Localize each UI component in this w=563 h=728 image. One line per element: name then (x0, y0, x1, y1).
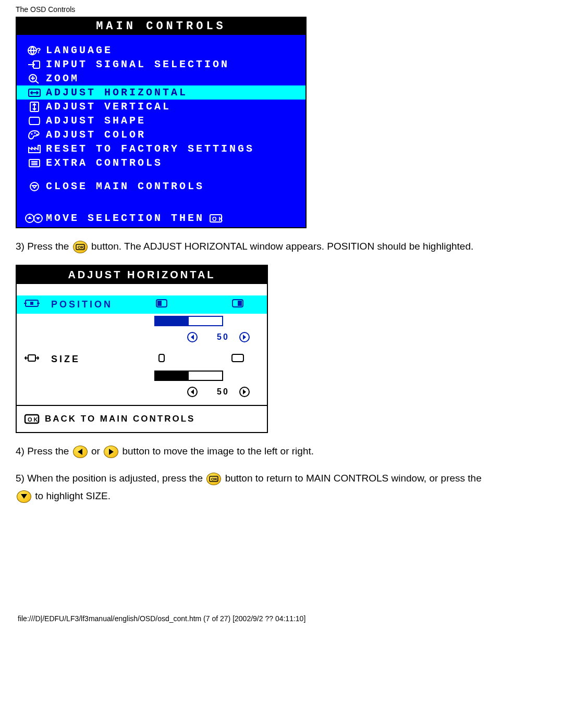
text: button. The ADJUST HORIZONTAL window app… (91, 241, 473, 252)
menu-item-adjust-horizontal[interactable]: ADJUST HORIZONTAL (17, 85, 305, 100)
svg-text:OK: OK (78, 245, 84, 250)
menu-label: ADJUST VERTICAL (46, 101, 171, 113)
menu-label: ADJUST COLOR (46, 129, 146, 141)
menu-item-extra-controls[interactable]: EXTRA CONTROLS (17, 156, 305, 170)
menu-label: CLOSE MAIN CONTROLS (46, 180, 204, 192)
left-arrow-circle-icon[interactable] (187, 331, 198, 343)
svg-rect-26 (159, 354, 164, 362)
main-controls-footer: MOVE SELECTION THEN OK (17, 208, 305, 227)
shape-icon (23, 115, 46, 127)
svg-point-7 (34, 132, 36, 133)
adjust-horizontal-osd: ADJUST HORIZONTAL POSITION 50 (16, 265, 268, 433)
size-value: 50 (207, 387, 239, 397)
menu-item-close[interactable]: CLOSE MAIN CONTROLS (17, 179, 305, 193)
svg-text:OK: OK (212, 216, 223, 222)
right-arrow-circle-icon[interactable] (239, 331, 250, 343)
svg-text:?: ? (36, 47, 42, 55)
text: 4) Press the (16, 446, 72, 456)
back-to-main-row[interactable]: OK BACK TO MAIN CONTROLS (17, 405, 267, 432)
left-button-icon (73, 446, 88, 458)
menu-label: RESET TO FACTORY SETTINGS (46, 143, 254, 155)
ok-button-icon: OK (73, 241, 88, 253)
menu-item-language[interactable]: ? LANGUAGE (17, 43, 305, 57)
footer-text: MOVE SELECTION THEN (46, 212, 204, 224)
menu-label: ZOOM (46, 72, 79, 84)
menu-label: LANGUAGE (46, 44, 113, 56)
position-label: POSITION (51, 299, 154, 310)
menu-item-reset-factory[interactable]: RESET TO FACTORY SETTINGS (17, 142, 305, 156)
menu-item-adjust-vertical[interactable]: ADJUST VERTICAL (17, 100, 305, 114)
screen-narrow-icon (154, 352, 183, 366)
magnifier-plus-icon (23, 73, 46, 84)
svg-point-10 (30, 182, 39, 191)
menu-item-input-signal[interactable]: INPUT SIGNAL SELECTION (17, 57, 305, 71)
file-path-footer: file:///D|/EDFU/LF3/lf3manual/english/OS… (16, 614, 547, 623)
back-label: BACK TO MAIN CONTROLS (45, 414, 195, 424)
horizontal-arrows-icon (23, 87, 46, 98)
text: 5) When the position is adjusted, press … (16, 473, 205, 484)
down-button-icon (17, 490, 31, 503)
menu-item-adjust-color[interactable]: ADJUST COLOR (17, 128, 305, 142)
svg-text:OK: OK (211, 477, 217, 482)
globe-question-icon: ? (23, 45, 46, 56)
screen-left-icon (154, 298, 183, 312)
screen-wide-icon (230, 352, 260, 366)
step-5-text: 5) When the position is adjusted, press … (16, 470, 547, 505)
size-label: SIZE (51, 354, 154, 365)
step-4-text: 4) Press the or button to move the image… (16, 442, 547, 460)
menu-item-adjust-shape[interactable]: ADJUST SHAPE (17, 114, 305, 128)
right-arrow-circle-icon[interactable] (239, 386, 250, 398)
down-circle-icon (23, 181, 46, 192)
text: 3) Press the (16, 241, 72, 252)
menu-label: EXTRA CONTROLS (46, 157, 163, 169)
left-arrow-circle-icon[interactable] (187, 386, 198, 398)
right-button-icon (104, 446, 118, 458)
svg-point-8 (36, 133, 38, 135)
up-down-circles-icon (23, 213, 46, 224)
svg-rect-25 (28, 355, 35, 361)
input-arrow-icon (23, 59, 46, 70)
svg-rect-20 (157, 301, 162, 306)
adjust-title: ADJUST HORIZONTAL (17, 266, 267, 284)
main-controls-osd: MAIN CONTROLS ? LANGUAGE INPUT SIGNAL SE… (16, 17, 307, 228)
svg-rect-18 (30, 302, 33, 305)
factory-icon (23, 143, 46, 155)
menu-label: ADJUST SHAPE (46, 115, 146, 127)
svg-point-6 (31, 133, 33, 134)
svg-rect-22 (238, 301, 242, 306)
main-controls-title: MAIN CONTROLS (17, 18, 305, 35)
text: to highlight SIZE. (35, 490, 111, 501)
text: button to move the image to the left or … (122, 446, 314, 456)
menu-label: ADJUST HORIZONTAL (46, 87, 188, 98)
svg-rect-27 (232, 354, 243, 362)
text: button to return to MAIN CONTROLS window… (225, 473, 482, 484)
ok-box-icon: OK (24, 413, 45, 425)
page-header: The OSD Controls (16, 5, 547, 14)
list-icon (23, 157, 46, 169)
svg-text:OK: OK (28, 416, 40, 423)
ok-box-icon: OK (209, 213, 223, 224)
step-3-text: 3) Press the OK button. The ADJUST HORIZ… (16, 238, 547, 255)
ok-button-icon: OK (206, 473, 221, 485)
position-row[interactable]: POSITION (17, 295, 267, 314)
size-icon (24, 352, 51, 366)
position-value: 50 (207, 332, 239, 342)
text: or (91, 446, 103, 456)
screen-right-icon (230, 298, 260, 312)
position-icon (24, 298, 51, 312)
menu-label: INPUT SIGNAL SELECTION (46, 58, 229, 70)
vertical-arrows-icon (23, 101, 46, 113)
menu-item-zoom[interactable]: ZOOM (17, 71, 305, 85)
size-bar (154, 371, 223, 381)
position-bar (154, 316, 223, 326)
palette-icon (23, 129, 46, 141)
size-row[interactable]: SIZE (17, 350, 267, 368)
